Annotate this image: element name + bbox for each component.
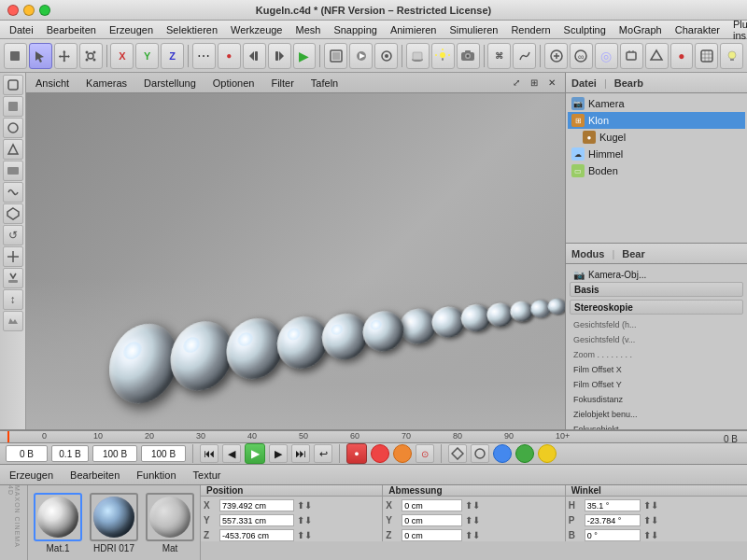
timeline-ruler[interactable]: 0 10 20 30 40 50 60 70 80 90 10+ 0 B bbox=[0, 431, 747, 443]
menu-sculpting[interactable]: Sculpting bbox=[558, 23, 612, 36]
toolbar-render-settings[interactable] bbox=[374, 43, 398, 69]
toolbar-floor[interactable] bbox=[406, 43, 430, 69]
timeline-circle-orange[interactable] bbox=[393, 444, 412, 463]
toolbar-extra6[interactable]: ● bbox=[670, 43, 694, 69]
timeline-circle-yellow[interactable] bbox=[538, 444, 557, 463]
position-z-input[interactable] bbox=[219, 529, 294, 541]
menu-mograph[interactable]: MoGraph bbox=[613, 23, 668, 36]
abmessung-y-input[interactable] bbox=[402, 514, 462, 526]
abmessung-z-arrows[interactable]: ⬆⬇ bbox=[465, 530, 480, 540]
left-icon-6[interactable] bbox=[3, 182, 23, 203]
maximize-button[interactable] bbox=[39, 5, 50, 16]
menu-mesh[interactable]: Mesh bbox=[289, 23, 326, 36]
menu-charakter[interactable]: Charakter bbox=[669, 23, 726, 36]
timeline-end2[interactable]: 100 B bbox=[141, 445, 186, 462]
left-icon-5[interactable] bbox=[3, 161, 23, 181]
winkel-h-input[interactable] bbox=[585, 499, 641, 511]
toolbar-select-mode[interactable] bbox=[29, 43, 52, 69]
toolbar-render-region[interactable] bbox=[324, 43, 347, 69]
left-icon-2[interactable] bbox=[3, 96, 23, 117]
toolbar-deform[interactable] bbox=[513, 43, 536, 69]
left-icon-11[interactable]: ↕ bbox=[3, 289, 23, 310]
timeline-key-btn[interactable]: ⊙ bbox=[416, 444, 434, 463]
viewport-3d[interactable] bbox=[26, 93, 565, 429]
toolbar-extra2[interactable]: ∞ bbox=[570, 43, 593, 69]
panel-tab-datei[interactable]: Datei bbox=[571, 77, 597, 89]
toolbar-model-mode[interactable] bbox=[4, 43, 27, 69]
menu-selektieren[interactable]: Selektieren bbox=[161, 23, 223, 36]
position-x-input[interactable] bbox=[219, 499, 294, 511]
position-y-arrows[interactable]: ⬆⬇ bbox=[297, 515, 312, 525]
viewport-menu-darstellung[interactable]: Darstellung bbox=[140, 77, 200, 90]
menu-erzeugen[interactable]: Erzeugen bbox=[104, 23, 159, 36]
timeline-next-frame[interactable]: ▶ bbox=[269, 444, 288, 463]
viewport-menu-tafeln[interactable]: Tafeln bbox=[307, 77, 342, 90]
toolbar-extra5[interactable] bbox=[645, 43, 669, 69]
timeline-translate-mode[interactable] bbox=[448, 444, 467, 463]
left-icon-4[interactable] bbox=[3, 139, 23, 160]
toolbar-extra7[interactable] bbox=[695, 43, 718, 69]
mat-menu-bearbeiten[interactable]: Bearbeiten bbox=[66, 469, 123, 482]
winkel-p-arrows[interactable]: ⬆⬇ bbox=[643, 515, 658, 525]
viewport-icon-close[interactable]: ✕ bbox=[544, 76, 559, 91]
close-button[interactable] bbox=[7, 5, 19, 16]
scene-tree-item-boden[interactable]: ▭ Boden bbox=[568, 162, 745, 179]
timeline-goto-end[interactable]: ⏭ bbox=[291, 444, 310, 463]
position-x-arrows[interactable]: ⬆⬇ bbox=[297, 500, 312, 511]
menu-datei[interactable]: Datei bbox=[4, 23, 39, 36]
menu-plugins[interactable]: Plug-ins bbox=[727, 18, 747, 42]
toolbar-anim-record[interactable]: ● bbox=[218, 43, 241, 69]
mat-menu-erzeugen[interactable]: Erzeugen bbox=[6, 469, 57, 482]
scene-tree-item-kugel[interactable]: ● Kugel bbox=[568, 129, 745, 146]
left-icon-1[interactable] bbox=[3, 75, 23, 95]
material-item-mat1[interactable]: Mat.1 bbox=[34, 493, 82, 553]
menu-simulieren[interactable]: Simulieren bbox=[444, 23, 503, 36]
left-icon-3[interactable] bbox=[3, 118, 23, 138]
menu-werkzeuge[interactable]: Werkzeuge bbox=[225, 23, 288, 36]
abmessung-x-arrows[interactable]: ⬆⬇ bbox=[465, 500, 480, 511]
menu-bearbeiten[interactable]: Bearbeiten bbox=[41, 23, 102, 36]
toolbar-camera[interactable] bbox=[457, 43, 480, 69]
winkel-p-input[interactable] bbox=[585, 514, 641, 526]
material-item-hdri[interactable]: HDRI 017 bbox=[90, 493, 138, 553]
timeline-circle-green[interactable] bbox=[515, 444, 534, 463]
scene-tree-item-himmel[interactable]: ☁ Himmel bbox=[568, 146, 745, 162]
menu-snapping[interactable]: Snapping bbox=[328, 23, 383, 36]
toolbar-x-axis[interactable]: X bbox=[110, 43, 134, 69]
winkel-b-input[interactable] bbox=[585, 529, 641, 541]
timeline-rotate-mode[interactable] bbox=[471, 444, 489, 463]
scene-tree-item-kamera[interactable]: 📷 Kamera bbox=[568, 95, 745, 112]
abmessung-x-input[interactable] bbox=[402, 499, 462, 511]
toolbar-extra4[interactable] bbox=[620, 43, 643, 69]
viewport-menu-optionen[interactable]: Optionen bbox=[209, 77, 259, 90]
material-item-mat[interactable]: Mat bbox=[146, 493, 194, 553]
toolbar-spline[interactable]: ⌘ bbox=[487, 43, 511, 69]
timeline-current-frame[interactable]: 0 B bbox=[6, 445, 48, 462]
viewport-icon-fit[interactable]: ⊞ bbox=[527, 76, 542, 91]
toolbar-y-axis[interactable]: Y bbox=[135, 43, 159, 69]
toolbar-extra1[interactable] bbox=[544, 43, 568, 69]
panel-tab-bearbeiten[interactable]: Bearb bbox=[614, 77, 643, 89]
position-z-arrows[interactable]: ⬆⬇ bbox=[297, 530, 312, 540]
timeline-record[interactable]: ● bbox=[346, 443, 367, 464]
winkel-h-arrows[interactable]: ⬆⬇ bbox=[643, 500, 658, 511]
left-icon-9[interactable] bbox=[3, 246, 23, 267]
toolbar-light[interactable] bbox=[431, 43, 455, 69]
timeline-goto-start[interactable]: ⏮ bbox=[200, 444, 218, 463]
minimize-button[interactable] bbox=[23, 5, 35, 16]
timeline-prev-frame[interactable]: ◀ bbox=[222, 444, 241, 463]
viewport-menu-kameras[interactable]: Kameras bbox=[82, 77, 131, 90]
scene-tree-item-klon[interactable]: ⊞ Klon bbox=[568, 112, 745, 129]
left-icon-10[interactable] bbox=[3, 268, 23, 288]
position-y-input[interactable] bbox=[219, 514, 294, 526]
abmessung-z-input[interactable] bbox=[402, 529, 462, 541]
toolbar-z-axis[interactable]: Z bbox=[161, 43, 184, 69]
menu-animieren[interactable]: Animieren bbox=[385, 23, 443, 36]
timeline-circle-blue[interactable] bbox=[493, 444, 512, 463]
toolbar-anim-prev[interactable] bbox=[243, 43, 266, 69]
mat-menu-textur[interactable]: Textur bbox=[190, 469, 225, 482]
timeline-end1[interactable]: 100 B bbox=[92, 445, 137, 462]
winkel-b-arrows[interactable]: ⬆⬇ bbox=[643, 530, 658, 540]
toolbar-dots1[interactable]: ⋯ bbox=[192, 43, 216, 69]
timeline-play-backward[interactable]: ↩ bbox=[314, 444, 332, 463]
